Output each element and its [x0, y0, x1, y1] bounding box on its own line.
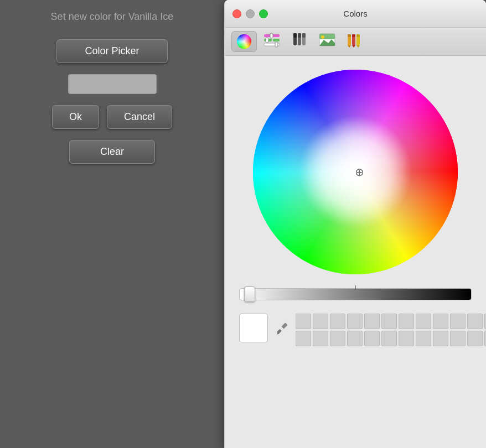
- eyedropper-svg-icon: [276, 322, 288, 335]
- swatch-cell[interactable]: [467, 314, 483, 329]
- svg-rect-5: [266, 38, 268, 43]
- svg-rect-2: [273, 39, 280, 41]
- pencils-tab[interactable]: [287, 31, 312, 52]
- swatch-cell[interactable]: [450, 331, 466, 346]
- image-tab[interactable]: [314, 31, 340, 52]
- swatch-cell[interactable]: [330, 314, 345, 329]
- swatch-cell[interactable]: [450, 314, 466, 329]
- color-pencils-icon: [291, 31, 308, 49]
- swatch-cell[interactable]: [381, 331, 397, 346]
- swatch-cell[interactable]: [313, 314, 328, 329]
- sliders-tab[interactable]: [259, 31, 285, 52]
- swatch-cell[interactable]: [381, 314, 397, 329]
- cancel-button[interactable]: Cancel: [107, 105, 172, 129]
- swatch-cell[interactable]: [433, 331, 448, 346]
- close-button[interactable]: [232, 9, 241, 18]
- eyedropper-icon: [276, 324, 288, 337]
- ok-cancel-row: Ok Cancel: [52, 105, 172, 129]
- brightness-thumb[interactable]: [244, 286, 255, 302]
- swatch-cell[interactable]: [296, 331, 311, 346]
- swatch-cell[interactable]: [347, 314, 363, 329]
- clear-button[interactable]: Clear: [69, 140, 155, 164]
- subtitle: Set new color for Vanilla Ice: [0, 11, 224, 23]
- maximize-button[interactable]: [259, 9, 268, 18]
- image-icon: [318, 31, 336, 52]
- swatch-cell[interactable]: [364, 314, 380, 329]
- svg-marker-24: [356, 45, 360, 48]
- crayons-tab[interactable]: [342, 31, 368, 52]
- swatch-cell[interactable]: [313, 331, 328, 346]
- color-toolbar: [225, 28, 486, 56]
- slider-tick: [355, 285, 356, 290]
- color-crayons-icon: [346, 31, 364, 49]
- left-panel: Set new color for Vanilla Ice Color Pick…: [0, 0, 224, 448]
- minimize-button[interactable]: [246, 9, 255, 18]
- colors-window: Colors: [224, 0, 486, 448]
- color-picker-button[interactable]: Color Picker: [56, 39, 167, 63]
- svg-rect-6: [275, 42, 278, 47]
- svg-rect-10: [298, 33, 301, 38]
- brightness-slider-container: [239, 288, 472, 300]
- swatch-cell[interactable]: [347, 331, 363, 346]
- svg-rect-27: [277, 329, 282, 334]
- svg-rect-8: [293, 33, 297, 38]
- swatch-cell[interactable]: [399, 331, 414, 346]
- svg-marker-18: [348, 45, 351, 48]
- swatch-cell[interactable]: [399, 314, 414, 329]
- color-main-area: ⊕: [225, 56, 486, 448]
- pencils-icon: [291, 31, 308, 52]
- current-color-swatch: [239, 314, 268, 342]
- color-wheel-container[interactable]: ⊕: [250, 67, 461, 277]
- crayons-icon: [346, 31, 364, 52]
- swatch-cell[interactable]: [296, 314, 311, 329]
- svg-rect-25: [356, 34, 360, 37]
- swatches-area: [239, 309, 472, 346]
- swatch-cell[interactable]: [364, 331, 380, 346]
- swatch-cell[interactable]: [416, 314, 431, 329]
- window-controls: [232, 9, 268, 18]
- eyedropper-button[interactable]: [273, 320, 290, 340]
- title-bar: Colors: [225, 0, 486, 28]
- color-wheel-tab[interactable]: [231, 31, 257, 52]
- swatch-cell[interactable]: [467, 331, 483, 346]
- svg-rect-26: [281, 322, 287, 329]
- color-wheel-canvas[interactable]: [250, 67, 461, 277]
- color-preview: [68, 74, 157, 94]
- brightness-slider-track[interactable]: [239, 288, 472, 300]
- window-title: Colors: [343, 9, 367, 18]
- svg-marker-21: [352, 45, 355, 48]
- svg-rect-19: [348, 34, 351, 37]
- svg-point-16: [321, 35, 324, 39]
- ok-button[interactable]: Ok: [52, 105, 99, 129]
- sliders-icon: [263, 31, 281, 52]
- swatch-cell[interactable]: [330, 331, 345, 346]
- color-sliders-icon: [263, 31, 281, 49]
- swatch-cell[interactable]: [416, 331, 431, 346]
- svg-rect-4: [270, 33, 273, 38]
- svg-rect-12: [302, 33, 306, 38]
- color-image-icon: [318, 31, 336, 49]
- svg-rect-22: [352, 34, 355, 37]
- swatches-grid: [296, 314, 486, 346]
- swatch-cell[interactable]: [433, 314, 448, 329]
